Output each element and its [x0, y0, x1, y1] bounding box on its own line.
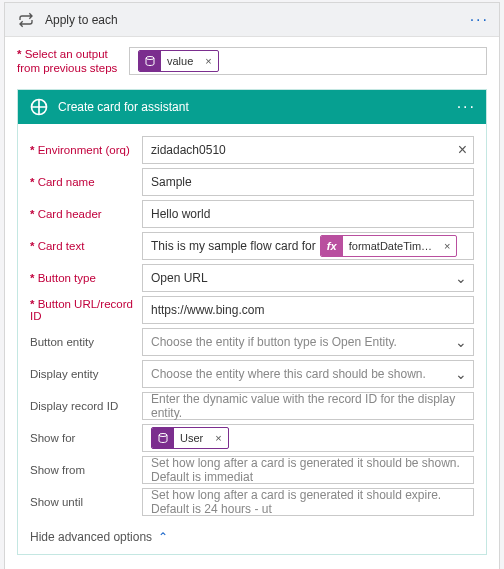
- env-label: Environment (orq): [30, 144, 142, 156]
- create-card-menu-icon[interactable]: ···: [457, 98, 476, 116]
- fx-token[interactable]: fx formatDateTim… ×: [320, 235, 458, 257]
- chevron-down-icon: ⌄: [455, 334, 467, 350]
- chevron-down-icon: ⌄: [455, 270, 467, 286]
- hide-advanced-toggle[interactable]: Hide advanced options ⌃: [30, 530, 168, 544]
- url-input[interactable]: https://www.bing.com: [142, 296, 474, 324]
- dispentity-ph: Choose the entity where this card should…: [151, 367, 426, 381]
- fx-icon: fx: [321, 235, 343, 257]
- disprec-ph: Enter the dynamic value with the record …: [151, 392, 465, 420]
- select-output-label: Select an output from previous steps: [17, 47, 129, 75]
- cardtext-prefix: This is my sample flow card for: [151, 239, 316, 253]
- select-output-row: Select an output from previous steps val…: [5, 37, 499, 81]
- value-token[interactable]: value ×: [138, 50, 219, 72]
- fx-token-remove[interactable]: ×: [438, 240, 456, 252]
- btntype-select[interactable]: Open URL ⌄: [142, 264, 474, 292]
- create-card-action: Create card for assistant ··· Environmen…: [17, 89, 487, 555]
- app-icon: [28, 96, 50, 118]
- btnentity-label: Button entity: [30, 336, 142, 348]
- value-token-remove[interactable]: ×: [199, 55, 217, 67]
- disprec-label: Display record ID: [30, 400, 142, 412]
- chevron-up-icon: ⌃: [158, 530, 168, 544]
- showfor-label: Show for: [30, 432, 142, 444]
- env-value: zidadach0510: [151, 143, 226, 157]
- env-clear-icon[interactable]: ×: [458, 141, 467, 159]
- user-token-text: User: [174, 432, 209, 444]
- svg-point-0: [146, 57, 154, 60]
- showuntil-label: Show until: [30, 496, 142, 508]
- cardname-value: Sample: [151, 175, 192, 189]
- showuntil-ph: Set how long after a card is generated i…: [151, 488, 465, 516]
- entity-icon: [139, 50, 161, 72]
- env-input[interactable]: zidadach0510 ×: [142, 136, 474, 164]
- apply-to-each-title: Apply to each: [45, 13, 470, 27]
- chevron-down-icon: ⌄: [455, 366, 467, 382]
- cardheader-input[interactable]: Hello world: [142, 200, 474, 228]
- loop-icon: [15, 9, 37, 31]
- create-card-body: Environment (orq) zidadach0510 × Card na…: [18, 124, 486, 554]
- cardtext-label: Card text: [30, 240, 142, 252]
- create-card-title: Create card for assistant: [58, 100, 457, 114]
- apply-to-each-header[interactable]: Apply to each ···: [5, 3, 499, 37]
- entity-icon: [152, 427, 174, 449]
- svg-point-2: [159, 434, 167, 437]
- cardheader-label: Card header: [30, 208, 142, 220]
- showfrom-label: Show from: [30, 464, 142, 476]
- url-label: Button URL/record ID: [30, 298, 142, 322]
- disprec-input[interactable]: Enter the dynamic value with the record …: [142, 392, 474, 420]
- btntype-value: Open URL: [151, 271, 208, 285]
- cardname-label: Card name: [30, 176, 142, 188]
- create-card-header[interactable]: Create card for assistant ···: [18, 90, 486, 124]
- btnentity-select[interactable]: Choose the entity if button type is Open…: [142, 328, 474, 356]
- dispentity-label: Display entity: [30, 368, 142, 380]
- btntype-label: Button type: [30, 272, 142, 284]
- cardname-input[interactable]: Sample: [142, 168, 474, 196]
- cardtext-input[interactable]: This is my sample flow card for fx forma…: [142, 232, 474, 260]
- dispentity-select[interactable]: Choose the entity where this card should…: [142, 360, 474, 388]
- user-token[interactable]: User ×: [151, 427, 229, 449]
- select-output-field[interactable]: value ×: [129, 47, 487, 75]
- showfrom-ph: Set how long after a card is generated i…: [151, 456, 465, 484]
- apply-menu-icon[interactable]: ···: [470, 11, 489, 29]
- user-token-remove[interactable]: ×: [209, 432, 227, 444]
- apply-to-each-card: Apply to each ··· Select an output from …: [4, 2, 500, 569]
- inner-container: Create card for assistant ··· Environmen…: [5, 89, 499, 569]
- showfor-field[interactable]: User ×: [142, 424, 474, 452]
- hide-advanced-text: Hide advanced options: [30, 530, 152, 544]
- btnentity-ph: Choose the entity if button type is Open…: [151, 335, 397, 349]
- showuntil-input[interactable]: Set how long after a card is generated i…: [142, 488, 474, 516]
- url-value: https://www.bing.com: [151, 303, 264, 317]
- fx-token-text: formatDateTim…: [343, 240, 438, 252]
- value-token-text: value: [161, 55, 199, 67]
- showfrom-input[interactable]: Set how long after a card is generated i…: [142, 456, 474, 484]
- cardheader-value: Hello world: [151, 207, 210, 221]
